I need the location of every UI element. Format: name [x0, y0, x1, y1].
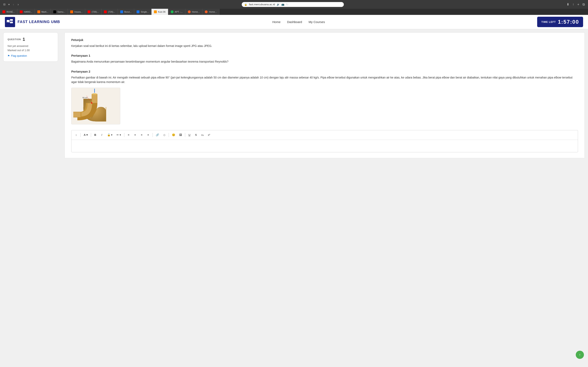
tab-homea[interactable]: Home...	[185, 9, 203, 15]
tab-homeb[interactable]: Home...	[202, 9, 219, 15]
svg-rect-5	[92, 94, 97, 103]
audio-icon: 🔊	[277, 3, 280, 6]
toolbar-bold-button[interactable]: B	[92, 132, 98, 138]
sidebar-toggle-button[interactable]: ⊟	[2, 2, 6, 7]
address-text: fast.mercubuana.ac.id	[249, 3, 275, 6]
pertanyaan2-text: Perhatikan gambar di bawah ini. Air meng…	[71, 75, 578, 84]
tab-favicon-insura	[70, 10, 73, 13]
tab-favicon-apt	[171, 10, 173, 13]
logo-box: FL	[5, 17, 15, 27]
timer-value: 1:57:00	[558, 19, 579, 25]
back-button[interactable]: ‹	[12, 2, 15, 7]
tab-marti[interactable]: Marti...	[35, 9, 51, 15]
toolbar-superscript-button[interactable]: x²	[206, 132, 212, 138]
flag-question-button[interactable]: ⚑ Flag question	[8, 54, 27, 57]
petunjuk-section: Petunjuk Kerjakan soal-soal berikut ini …	[71, 38, 578, 48]
question-number: 1	[22, 37, 25, 42]
toolbar-subscript-button[interactable]: x₂	[199, 132, 206, 138]
scroll-to-top-button[interactable]: ↑	[576, 351, 584, 359]
tab-rose[interactable]: ROSÉ...	[0, 9, 17, 15]
address-bar[interactable]: 🔒 fast.mercubuana.ac.id 🔊 📺 ↻	[242, 2, 344, 7]
toolbar-underline-button[interactable]: U	[186, 132, 192, 138]
toolbar-emoji-button[interactable]: 😊	[170, 132, 177, 138]
tab-samu[interactable]: Samu...	[51, 9, 68, 15]
main-content: Petunjuk Kerjakan soal-soal berikut ini …	[61, 29, 588, 364]
tab-label-hard: HARD...	[24, 11, 32, 13]
pertanyaan1-section: Pertanyaan 1 Bagaimana Anda menurunkan p…	[71, 54, 578, 64]
tab-label-samu: Samu...	[57, 11, 65, 13]
tab-apt[interactable]: APT. -...	[168, 9, 185, 15]
forward-button[interactable]: ›	[16, 2, 20, 7]
tab-726b[interactable]: (726)...	[102, 9, 118, 15]
tab-label-726a: (726)...	[92, 11, 99, 13]
download-button[interactable]: ⬇	[566, 2, 570, 7]
svg-rect-8	[73, 112, 80, 117]
toolbar-italic-button[interactable]: I	[99, 132, 105, 138]
sidebar-chevron-button[interactable]: ▾	[8, 2, 10, 7]
toolbar-indent-button[interactable]: ≡	[139, 132, 145, 138]
tab-favicon-726b	[104, 10, 107, 13]
tab-favicon-hard	[20, 10, 23, 13]
question-mark: Marked out of 1.00	[8, 49, 54, 52]
tab-borut[interactable]: Borut...	[118, 9, 134, 15]
nav-my-courses[interactable]: My Courses	[309, 20, 325, 24]
toolbar-ol-button[interactable]: ≡	[132, 132, 138, 138]
toolbar-color-button[interactable]: ✏ ▾	[115, 132, 123, 138]
toolbar-link-button[interactable]: 🔗	[154, 132, 161, 138]
tab-label-726b: (726)...	[108, 11, 115, 13]
reload-icon[interactable]: ↻	[286, 3, 288, 6]
browser-tabs: ROSÉ... HARD... Marti... Samu... Insura.…	[0, 9, 588, 15]
question-header: QUESTION 1	[8, 37, 54, 42]
flag-label: Flag question	[11, 54, 27, 57]
pertanyaan2-section: Pertanyaan 2 Perhatikan gambar di bawah …	[71, 70, 578, 124]
lock-icon: 🔒	[244, 3, 247, 6]
tab-label-kuis: Kuis 06	[158, 11, 165, 13]
tab-label-borut: Borut...	[124, 11, 131, 13]
browser-actions: ⬇ ↑ + ⧉	[566, 2, 586, 7]
svg-point-6	[92, 93, 97, 95]
tab-favicon-samu	[53, 10, 56, 13]
browser-chrome: ⊟ ▾ ‹ › 🔒 fast.mercubuana.ac.id 🔊 📺 ↻ ⬇ …	[0, 0, 588, 9]
tab-kuis[interactable]: Kuis 06	[151, 9, 168, 15]
tab-label-single: Single...	[141, 11, 149, 13]
logo-icon: FL	[6, 18, 14, 26]
separator-2	[91, 133, 91, 137]
separator-1	[80, 133, 81, 137]
tab-hard[interactable]: HARD...	[17, 9, 35, 15]
question-status: Not yet answered	[8, 44, 54, 48]
separator-4	[153, 133, 153, 137]
toolbar-highlight-button[interactable]: 🔓 ▾	[105, 132, 114, 138]
toolbar-image-button[interactable]: 🖼	[177, 132, 184, 138]
new-tab-button[interactable]: +	[577, 2, 580, 7]
tab-label-homea: Home...	[192, 11, 200, 13]
petunjuk-text: Kerjakan soal-soal berikut ini di kertas…	[71, 44, 578, 48]
tab-single[interactable]: Single...	[134, 9, 151, 15]
tab-favicon-rose	[2, 10, 5, 13]
toolbar-outdent-button[interactable]: ≡	[145, 132, 151, 138]
svg-text:FL: FL	[7, 21, 9, 23]
editor-body[interactable]	[71, 140, 578, 152]
editor-area[interactable]: ↕ A ▾ B I 🔓 ▾ ✏ ▾ ≡ ≡ ≡ ≡ 🔗 ◇	[71, 130, 578, 152]
toolbar-font-button[interactable]: A ▾	[82, 132, 90, 138]
window-button[interactable]: ⧉	[582, 2, 586, 7]
app-header: FL FAST LEARNING UMB Home Dashboard My C…	[0, 15, 588, 29]
tab-726a[interactable]: (726)...	[85, 9, 102, 15]
toolbar-format-button[interactable]: ↕	[73, 132, 79, 138]
share-button[interactable]: ↑	[572, 2, 575, 7]
app-title: FAST LEARNING UMB	[17, 20, 60, 24]
tab-favicon-marti	[37, 10, 40, 13]
toolbar-strikethrough-button[interactable]: S	[193, 132, 199, 138]
timer-label: TIME LEFT	[541, 21, 556, 24]
nav-controls: ⊟ ▾ ‹ ›	[2, 2, 20, 7]
tab-favicon-726a	[87, 10, 90, 13]
tab-favicon-borut	[120, 10, 123, 13]
separator-3	[124, 133, 124, 137]
tab-insura[interactable]: Insura...	[68, 9, 85, 15]
nav-dashboard[interactable]: Dashboard	[287, 20, 302, 24]
toolbar-ul-button[interactable]: ≡	[126, 132, 132, 138]
toolbar-unlink-button[interactable]: ◇	[161, 132, 167, 138]
nav-home[interactable]: Home	[272, 20, 281, 24]
petunjuk-label: Petunjuk	[71, 38, 578, 42]
separator-5	[169, 133, 169, 137]
tab-favicon-homeb	[205, 10, 208, 13]
